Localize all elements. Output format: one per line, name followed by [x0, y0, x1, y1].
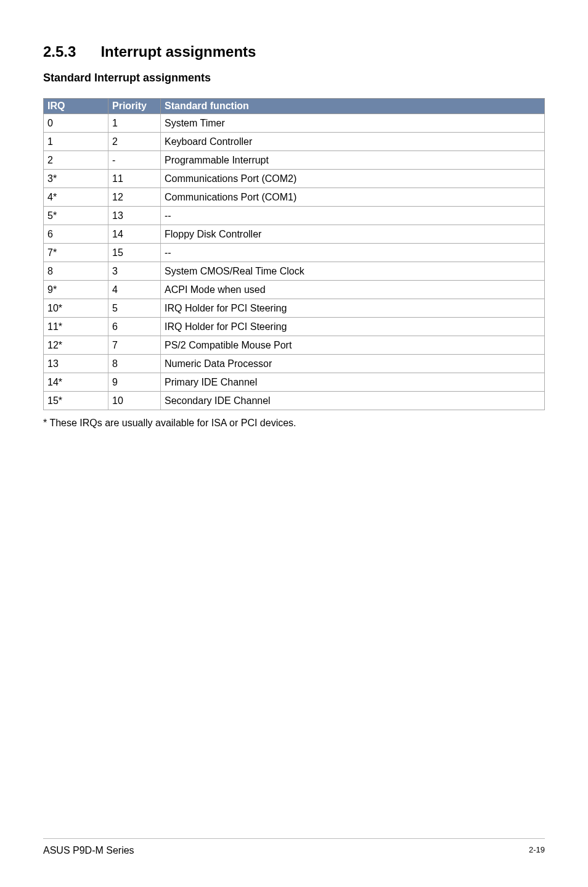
cell-irq: 14*	[44, 373, 108, 392]
table-row: 15*10Secondary IDE Channel	[44, 392, 545, 410]
table-row: 138Numeric Data Processor	[44, 355, 545, 373]
cell-function: Primary IDE Channel	[161, 373, 545, 392]
table-row: 01System Timer	[44, 114, 545, 133]
table-row: 5*13--	[44, 207, 545, 225]
sub-heading: Standard Interrupt assignments	[43, 72, 545, 85]
cell-priority: 7	[108, 336, 161, 355]
table-row: 7*15--	[44, 244, 545, 262]
table-row: 9*4ACPI Mode when used	[44, 281, 545, 299]
footer-page-number: 2-19	[529, 845, 545, 856]
cell-function: ACPI Mode when used	[161, 281, 545, 299]
header-function: Standard function	[161, 99, 545, 114]
cell-function: --	[161, 207, 545, 225]
cell-irq: 3*	[44, 170, 108, 188]
cell-priority: 8	[108, 355, 161, 373]
cell-function: --	[161, 244, 545, 262]
cell-priority: 5	[108, 299, 161, 318]
header-priority: Priority	[108, 99, 161, 114]
table-row: 12Keyboard Controller	[44, 133, 545, 151]
section-number: 2.5.3	[43, 43, 76, 60]
cell-priority: 11	[108, 170, 161, 188]
cell-function: Communications Port (COM2)	[161, 170, 545, 188]
cell-function: System Timer	[161, 114, 545, 133]
cell-irq: 5*	[44, 207, 108, 225]
cell-function: IRQ Holder for PCI Steering	[161, 318, 545, 336]
cell-irq: 8	[44, 262, 108, 281]
cell-irq: 12*	[44, 336, 108, 355]
cell-function: Floppy Disk Controller	[161, 225, 545, 244]
table-row: 14*9Primary IDE Channel	[44, 373, 545, 392]
cell-function: System CMOS/Real Time Clock	[161, 262, 545, 281]
cell-irq: 1	[44, 133, 108, 151]
cell-priority: 12	[108, 188, 161, 207]
cell-function: Numeric Data Processor	[161, 355, 545, 373]
cell-irq: 0	[44, 114, 108, 133]
cell-irq: 10*	[44, 299, 108, 318]
cell-function: PS/2 Compatible Mouse Port	[161, 336, 545, 355]
cell-priority: 4	[108, 281, 161, 299]
section-title: Interrupt assignments	[100, 43, 256, 60]
cell-priority: 1	[108, 114, 161, 133]
cell-priority: 2	[108, 133, 161, 151]
section-heading: 2.5.3Interrupt assignments	[43, 43, 545, 60]
table-row: 2-Programmable Interrupt	[44, 151, 545, 170]
cell-irq: 15*	[44, 392, 108, 410]
cell-irq: 7*	[44, 244, 108, 262]
table-header-row: IRQ Priority Standard function	[44, 99, 545, 114]
cell-function: Keyboard Controller	[161, 133, 545, 151]
cell-function: Communications Port (COM1)	[161, 188, 545, 207]
cell-priority: 15	[108, 244, 161, 262]
page-footer: ASUS P9D-M Series 2-19	[43, 838, 545, 856]
table-row: 11*6IRQ Holder for PCI Steering	[44, 318, 545, 336]
cell-irq: 13	[44, 355, 108, 373]
cell-priority: 3	[108, 262, 161, 281]
cell-priority: 6	[108, 318, 161, 336]
header-irq: IRQ	[44, 99, 108, 114]
cell-irq: 11*	[44, 318, 108, 336]
cell-function: Secondary IDE Channel	[161, 392, 545, 410]
cell-function: Programmable Interrupt	[161, 151, 545, 170]
cell-irq: 2	[44, 151, 108, 170]
table-row: 4*12Communications Port (COM1)	[44, 188, 545, 207]
cell-priority: 14	[108, 225, 161, 244]
cell-function: IRQ Holder for PCI Steering	[161, 299, 545, 318]
cell-priority: 9	[108, 373, 161, 392]
table-row: 10*5IRQ Holder for PCI Steering	[44, 299, 545, 318]
cell-priority: -	[108, 151, 161, 170]
table-row: 83System CMOS/Real Time Clock	[44, 262, 545, 281]
cell-priority: 13	[108, 207, 161, 225]
irq-table: IRQ Priority Standard function 01System …	[43, 98, 545, 410]
table-row: 12*7PS/2 Compatible Mouse Port	[44, 336, 545, 355]
table-row: 614Floppy Disk Controller	[44, 225, 545, 244]
cell-irq: 4*	[44, 188, 108, 207]
cell-irq: 9*	[44, 281, 108, 299]
footnote: * These IRQs are usually available for I…	[43, 418, 545, 429]
cell-priority: 10	[108, 392, 161, 410]
cell-irq: 6	[44, 225, 108, 244]
table-row: 3*11Communications Port (COM2)	[44, 170, 545, 188]
footer-left: ASUS P9D-M Series	[43, 845, 134, 856]
